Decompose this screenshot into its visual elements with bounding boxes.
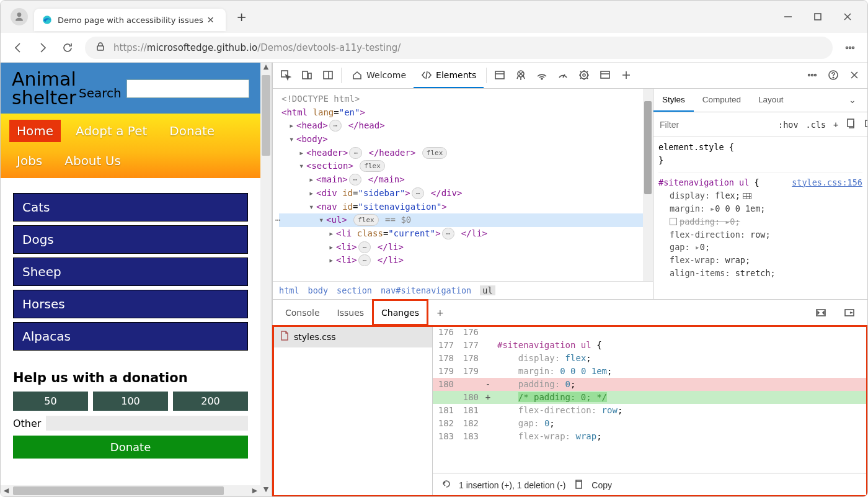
styles-more[interactable]: ⌄ [840,89,865,112]
dock-side[interactable] [317,63,339,88]
property-checkbox[interactable] [670,218,677,225]
drawer-dock-icon[interactable] [835,300,864,325]
tab-network[interactable] [531,63,552,88]
browser-tab[interactable]: Demo page with accessibility issues ✕ [34,9,226,31]
nav-jobs[interactable]: Jobs [9,150,50,172]
svg-rect-5 [97,46,104,50]
svg-point-17 [541,78,542,79]
device-toggle[interactable] [296,63,317,88]
changes-status-bar: 1 insertion (+), 1 deletion (-) Copy [433,473,867,496]
back-button[interactable] [6,35,30,60]
cat-alpacas[interactable]: Alpacas [13,322,248,351]
refresh-button[interactable] [55,35,80,60]
cat-sheep[interactable]: Sheep [13,257,248,286]
styles-tab[interactable]: Styles [653,89,694,112]
tab-sources[interactable] [510,63,531,88]
new-tab-button[interactable]: + [232,7,252,27]
copy-icon[interactable] [573,478,584,491]
close-window-button[interactable] [833,4,862,29]
drawer-tab-console[interactable]: Console [277,300,329,325]
drawer-expand-icon[interactable] [807,300,835,325]
changed-file[interactable]: styles.css [273,326,432,347]
categories: Cats Dogs Sheep Horses Alpacas [1,178,260,359]
tab-application[interactable] [595,63,616,88]
devtools-drawer: Console Issues Changes + styles.css 17 [273,299,867,496]
element-style-rule[interactable]: element.style {} [658,141,862,167]
tab-close-icon[interactable]: ✕ [203,15,218,25]
styles-filter-input[interactable] [653,120,774,130]
changes-file-list: styles.css [273,326,433,496]
url-text: https://microsoftedge.github.io/Demos/de… [113,42,401,53]
forward-button[interactable] [30,35,55,60]
drawer-add-tab[interactable]: + [428,300,453,325]
tab-elements[interactable]: Elements [414,63,484,88]
tab-performance[interactable] [552,63,574,88]
amount-100[interactable]: 100 [93,392,168,411]
devtools-tabs: Welcome Elements [273,63,867,89]
svg-rect-35 [576,481,582,488]
search-input[interactable] [126,79,249,98]
cat-horses[interactable]: Horses [13,290,248,318]
window-titlebar: Demo page with accessibility issues ✕ + [1,1,867,33]
other-label: Other [13,418,41,429]
address-bar[interactable]: https://microsoftedge.github.io/Demos/de… [85,37,833,59]
layout-tab[interactable]: Layout [750,89,792,112]
svg-rect-11 [308,73,311,79]
cat-dogs[interactable]: Dogs [13,225,248,254]
devtools-more[interactable] [802,63,823,88]
source-link[interactable]: styles.css:156 [792,176,862,189]
page-horizontal-scrollbar[interactable]: ◀ ▶ [1,485,260,496]
donate-button[interactable]: Donate [13,436,248,459]
cls-toggle[interactable]: .cls [802,120,830,130]
devtools-help[interactable] [823,63,844,88]
tab-app[interactable] [489,63,510,88]
page-viewport: Animalshelter Search Home Adopt a Pet Do… [1,63,272,496]
dom-scrollbar[interactable] [643,89,653,281]
nav-donate[interactable]: Donate [162,120,222,142]
computed-tab[interactable]: Computed [694,89,750,112]
amount-50[interactable]: 50 [13,392,88,411]
cat-cats[interactable]: Cats [13,193,248,222]
add-tab[interactable] [616,63,637,88]
nav-home[interactable]: Home [9,120,61,142]
hov-toggle[interactable]: :hov [774,120,802,130]
profile-avatar[interactable] [11,8,28,25]
inspect-tool[interactable] [275,63,296,88]
svg-rect-2 [815,14,821,20]
other-amount-input[interactable] [46,416,248,431]
copy-button[interactable]: Copy [591,480,612,490]
flex-editor-icon[interactable] [743,193,751,199]
diff-view[interactable]: 176176 177177#sitenavigation ul { 178178… [433,326,867,496]
svg-point-7 [849,47,851,48]
drawer-tab-changes[interactable]: Changes [373,300,428,325]
edge-icon [42,14,53,25]
svg-point-26 [815,74,817,76]
nav-adopt[interactable]: Adopt a Pet [68,120,154,142]
search-label: Search [79,86,122,101]
tab-title: Demo page with accessibility issues [58,16,203,25]
styles-format-icon[interactable] [842,118,861,131]
svg-rect-20 [601,71,609,78]
amount-200[interactable]: 200 [173,392,248,411]
nav-about[interactable]: About Us [57,150,128,172]
page-vertical-scrollbar[interactable]: ▲ ▼ [260,63,272,496]
maximize-button[interactable] [803,4,833,29]
dom-breadcrumb[interactable]: html body section nav#sitenavigation ul [273,281,653,299]
tab-memory[interactable] [574,63,595,88]
site-title: Animalshelter [12,70,76,107]
devtools-close[interactable] [844,63,865,88]
dom-tree[interactable]: <!DOCTYPE html> <html lang="en"> ▸<head>… [273,89,653,281]
dom-tree-panel: <!DOCTYPE html> <html lang="en"> ▸<head>… [273,89,653,299]
svg-rect-10 [303,71,308,79]
tab-welcome[interactable]: Welcome [344,63,414,88]
styles-toggle-icon[interactable] [861,118,868,131]
revert-icon[interactable] [440,478,451,491]
svg-rect-31 [848,119,854,127]
minimize-button[interactable] [773,4,803,29]
more-menu-button[interactable] [838,35,862,60]
page-header: Animalshelter Search [1,63,260,114]
drawer-tab-issues[interactable]: Issues [329,300,373,325]
devtools: Welcome Elements <!DOCTYPE html> <html l… [272,63,867,496]
svg-point-19 [583,74,585,76]
new-style-rule[interactable]: + [830,120,842,130]
